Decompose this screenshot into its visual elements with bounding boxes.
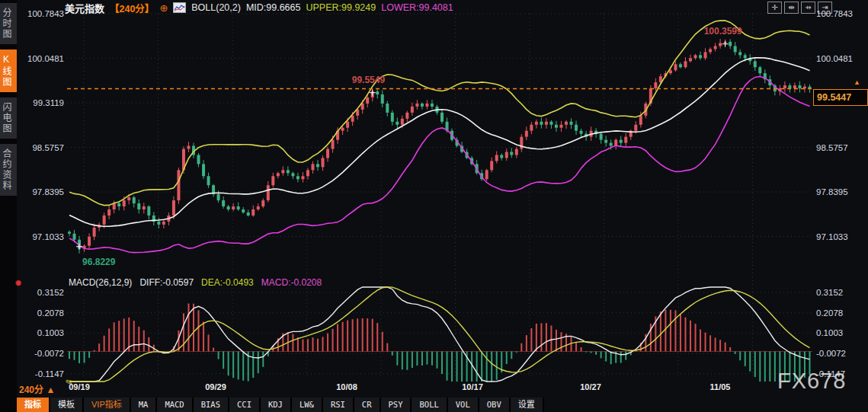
price-arrow-marker: ▲ (854, 78, 860, 86)
macd-axis-label-l: 0.3152 (23, 288, 64, 297)
toolbar-button-ma[interactable]: MA (131, 398, 158, 412)
toolbar-button-rsi[interactable]: RSI (323, 398, 354, 412)
price-axis-label-l: 99.3119 (23, 98, 64, 107)
crosshair-icon[interactable]: ✛ (767, 2, 782, 14)
expand-x-icon[interactable]: ⇸ (801, 2, 815, 14)
price-axis-label-r: 100.0481 (816, 54, 853, 63)
macd-axis-label-l: -0.0072 (23, 349, 64, 358)
toolbar-button-vip指标[interactable]: VIP指标 (84, 398, 131, 412)
period-label[interactable]: 【240分】 (110, 1, 154, 15)
price-axis-label-r: 98.5757 (816, 143, 848, 152)
macd-axis-label-r: 0.1003 (816, 328, 843, 337)
price-axis-label-l: 98.5757 (23, 143, 64, 152)
toolbar-button-boll[interactable]: BOLL (412, 398, 447, 412)
macd-axis-label-r: 0.3152 (816, 288, 843, 297)
boll-upper-value: UPPER:99.9249 (306, 2, 376, 13)
watermark: FX678 (777, 369, 846, 394)
globe-icon[interactable]: ⊕ (159, 3, 168, 13)
x-axis-date-label: 10/27 (580, 382, 601, 391)
candlestick-chart-canvas[interactable] (0, 0, 868, 412)
macd-title: MACD(26,12,9) (69, 277, 132, 288)
x-axis-date-label: 09/29 (205, 382, 226, 391)
toolbar-button-模板[interactable]: 模板 (50, 398, 84, 412)
symbol-name: 美元指数 (65, 1, 104, 15)
chart-header: 美元指数 【240分】 ⊕ BOLL(20,2) MID:99.6665 UPP… (65, 2, 453, 14)
boll-label: BOLL(20,2) (191, 2, 241, 13)
x-axis-date-label: 10/17 (462, 382, 483, 391)
toolbar-button-lw&[interactable]: LW& (292, 398, 323, 412)
period-indicator[interactable]: 240分 ▲ (19, 382, 55, 395)
indicator-toolbar: 指标模板VIP指标MAMACDBIASCCIKDJLW&RSICRPSYBOLL… (17, 398, 544, 412)
boll-lower-value: LOWER:99.4081 (381, 2, 453, 13)
boll-mid-value: MID:99.6665 (246, 2, 301, 13)
x-axis-date-label: 11/05 (710, 382, 731, 391)
toolbar-button-kdj[interactable]: KDJ (261, 398, 292, 412)
toolbar-button-psy[interactable]: PSY (381, 398, 412, 412)
last-price-box[interactable]: 99.5447 (813, 89, 868, 106)
macd-axis-label-l: -0.1147 (23, 369, 64, 378)
price-axis-label-l: 97.1033 (23, 232, 64, 241)
annotation-low: 96.8229 (82, 257, 115, 267)
price-axis-label-l: 100.7843 (23, 9, 64, 18)
x-axis-date-label: 10/08 (336, 382, 357, 391)
macd-axis-label-l: 0.1003 (23, 328, 64, 337)
toolbar-button-bias[interactable]: BIAS (194, 398, 229, 412)
toolbar-button-设置[interactable]: 设置 (511, 398, 544, 412)
macd-diff-value: DIFF:-0.0597 (139, 277, 194, 288)
toolbar-button-cci[interactable]: CCI (229, 398, 261, 412)
chart-window: 分时图K线图闪电图合约资料 ✹ 美元指数 【240分】 ⊕ BOLL(20,2)… (0, 0, 868, 412)
toolbar-button-cr[interactable]: CR (354, 398, 381, 412)
price-axis-label-r: 97.8395 (816, 187, 848, 196)
price-axis-label-r: 100.7843 (816, 9, 853, 18)
macd-axis-label-r: -0.0072 (816, 349, 846, 358)
compress-x-icon[interactable]: ⇹ (784, 2, 799, 14)
toolbar-button-指标[interactable]: 指标 (17, 398, 50, 412)
toolbar-button-vol[interactable]: VOL (448, 398, 479, 412)
macd-axis-label-l: 0.2078 (23, 308, 64, 318)
toolbar-button-macd[interactable]: MACD (157, 398, 193, 412)
annotation-mid-high: 99.5549 (352, 75, 385, 85)
macd-dea-value: DEA:-0.0493 (201, 277, 254, 288)
price-axis-label-l: 100.0481 (23, 54, 64, 63)
macd-header: MACD(26,12,9) DIFF:-0.0597 DEA:-0.0493 M… (69, 277, 322, 288)
price-axis-label-l: 97.8395 (23, 187, 64, 196)
x-axis-date-label: 09/19 (69, 382, 90, 391)
annotation-swing-high: 100.3599 (704, 26, 742, 37)
chart-type-icon[interactable] (173, 2, 186, 13)
price-axis-label-r: 97.1033 (816, 232, 848, 241)
toolbar-button-obv[interactable]: OBV (479, 398, 511, 412)
macd-axis-label-r: 0.2078 (816, 308, 843, 318)
macd-macd-value: MACD:-0.0208 (261, 277, 322, 288)
x-axis: 240分 ▲ ✎ 09/1909/2910/0810/1710/2711/05 (0, 380, 868, 397)
